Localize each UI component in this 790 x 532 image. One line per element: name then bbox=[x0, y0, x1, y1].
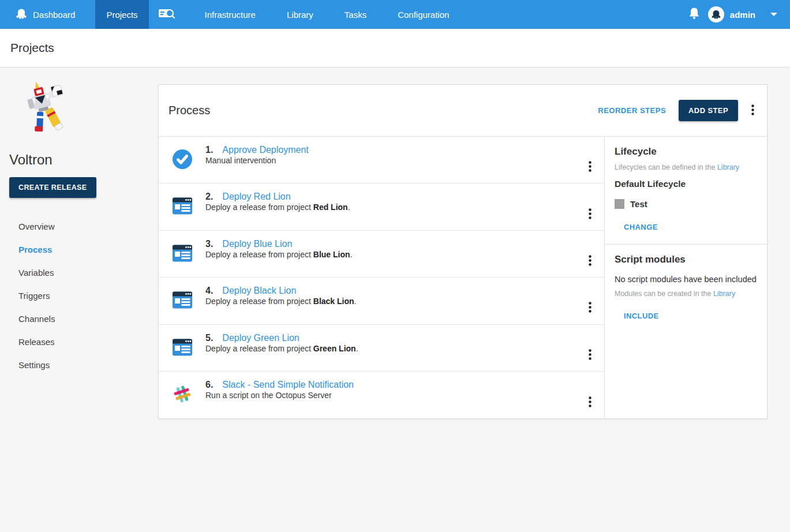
step-desc-pre: Manual intervention bbox=[205, 156, 276, 165]
script-modules-hint-text: Modules can be created in the bbox=[615, 290, 713, 298]
change-lifecycle-button[interactable]: CHANGE bbox=[624, 223, 658, 231]
sidebar-item-process[interactable]: Process bbox=[0, 238, 158, 261]
bell-icon bbox=[688, 7, 700, 22]
step-text: 6. Slack - Send Simple Notification Run … bbox=[205, 372, 354, 418]
step-description: Deploy a release from project Red Lion. bbox=[205, 203, 350, 212]
step-description: Deploy a release from project Blue Lion. bbox=[205, 250, 352, 259]
nav-item-projects[interactable]: Projects bbox=[95, 0, 148, 29]
step-overflow-menu-button[interactable] bbox=[585, 198, 595, 230]
user-menu[interactable]: admin bbox=[708, 0, 790, 29]
nav-item-configuration[interactable]: Configuration bbox=[387, 0, 460, 29]
step-row: 1. Approve Deployment Manual interventio… bbox=[159, 137, 604, 183]
step-desc-bold: Red Lion bbox=[313, 203, 348, 212]
step-title-link[interactable]: Slack - Send Simple Notification bbox=[222, 380, 354, 390]
nav-label: Configuration bbox=[398, 10, 449, 20]
notifications-button[interactable] bbox=[680, 0, 708, 29]
step-row: 3. Deploy Blue Lion Deploy a release fro… bbox=[159, 231, 604, 278]
sidebar-item-overview[interactable]: Overview bbox=[0, 215, 158, 238]
deploy-release-icon bbox=[172, 196, 193, 216]
kebab-icon bbox=[589, 212, 591, 221]
step-overflow-menu-button[interactable] bbox=[585, 152, 595, 183]
add-step-button[interactable]: ADD STEP bbox=[679, 100, 738, 121]
kebab-icon bbox=[589, 353, 591, 362]
step-text: 2. Deploy Red Lion Deploy a release from… bbox=[205, 183, 350, 230]
step-title-link[interactable]: Deploy Blue Lion bbox=[222, 239, 292, 249]
manual-intervention-icon bbox=[172, 149, 193, 170]
script-modules-heading: Script modules bbox=[615, 254, 757, 265]
nav-search-button[interactable] bbox=[149, 0, 185, 29]
lifecycle-library-link[interactable]: Library bbox=[717, 163, 739, 171]
step-desc-bold: Green Lion bbox=[313, 344, 356, 353]
content-area: Voltron CREATE RELEASE Overview Process … bbox=[0, 68, 790, 531]
step-description: Deploy a release from project Green Lion… bbox=[205, 344, 358, 353]
step-title-link[interactable]: Deploy Red Lion bbox=[222, 192, 290, 202]
search-icon bbox=[158, 6, 175, 23]
lifecycle-hint: Lifecycles can be defined in the Library bbox=[615, 163, 757, 171]
step-description: Deploy a release from project Black Lion… bbox=[205, 297, 356, 306]
step-number: 3. bbox=[205, 239, 213, 249]
script-modules-hint: Modules can be created in the Library bbox=[615, 290, 757, 298]
sidebar-item-triggers[interactable]: Triggers bbox=[0, 284, 158, 308]
sidebar-item-releases[interactable]: Releases bbox=[0, 331, 158, 354]
top-navigation: Dashboard Projects Infrastructure Librar… bbox=[0, 0, 790, 29]
nav-item-tasks[interactable]: Tasks bbox=[334, 0, 377, 29]
environment-label: Test bbox=[630, 199, 647, 209]
script-modules-library-link[interactable]: Library bbox=[713, 290, 735, 298]
step-overflow-menu-button[interactable] bbox=[585, 387, 595, 418]
step-desc-bold: Black Lion bbox=[313, 297, 354, 306]
page-title: Projects bbox=[10, 41, 54, 55]
nav-label: Tasks bbox=[345, 10, 366, 20]
step-title-link[interactable]: Approve Deployment bbox=[222, 145, 308, 155]
step-desc-pre: Deploy a release from project bbox=[205, 297, 313, 306]
process-title: Process bbox=[169, 104, 598, 117]
project-logo-voltron bbox=[22, 79, 67, 144]
step-number: 2. bbox=[205, 192, 213, 202]
nav-label: Dashboard bbox=[33, 10, 75, 20]
process-card-header: Process REORDER STEPS ADD STEP bbox=[159, 85, 767, 137]
sidebar-item-channels[interactable]: Channels bbox=[0, 308, 158, 331]
script-modules-empty-message: No script modules have been included bbox=[615, 275, 757, 284]
deploy-release-icon bbox=[172, 337, 193, 358]
process-overflow-menu-button[interactable] bbox=[748, 102, 758, 119]
lifecycle-hint-text: Lifecycles can be defined in the bbox=[615, 163, 717, 171]
nav-item-infrastructure[interactable]: Infrastructure bbox=[194, 0, 267, 29]
process-card: Process REORDER STEPS ADD STEP bbox=[158, 84, 767, 419]
step-text: 3. Deploy Blue Lion Deploy a release fro… bbox=[205, 231, 352, 277]
step-number: 5. bbox=[205, 333, 213, 343]
nav-item-dashboard[interactable]: Dashboard bbox=[15, 0, 86, 29]
lifecycle-section: Lifecycle Lifecycles can be defined in t… bbox=[605, 137, 767, 232]
process-side-panel: Lifecycle Lifecycles can be defined in t… bbox=[604, 137, 767, 418]
sidebar-item-settings[interactable]: Settings bbox=[0, 354, 158, 377]
sidebar-item-variables[interactable]: Variables bbox=[0, 261, 158, 284]
nav-label: Projects bbox=[106, 10, 137, 20]
octopus-logo-icon bbox=[15, 8, 33, 22]
step-overflow-menu-button[interactable] bbox=[585, 340, 595, 371]
step-number: 4. bbox=[205, 286, 213, 296]
nav-label: Library bbox=[287, 10, 313, 20]
step-row: 2. Deploy Red Lion Deploy a release from… bbox=[159, 183, 604, 230]
step-overflow-menu-button[interactable] bbox=[585, 293, 595, 324]
nav-item-library[interactable]: Library bbox=[276, 0, 324, 29]
step-row: 4. Deploy Black Lion Deploy a release fr… bbox=[159, 278, 604, 324]
step-title-link[interactable]: Deploy Green Lion bbox=[222, 333, 299, 343]
slack-icon bbox=[172, 384, 193, 404]
step-number: 6. bbox=[205, 380, 213, 390]
create-release-button[interactable]: CREATE RELEASE bbox=[9, 177, 96, 198]
reorder-steps-button[interactable]: REORDER STEPS bbox=[598, 106, 666, 115]
include-script-module-button[interactable]: INCLUDE bbox=[624, 312, 659, 320]
step-row: 6. Slack - Send Simple Notification Run … bbox=[159, 372, 604, 418]
kebab-icon bbox=[589, 306, 591, 314]
project-nav: Overview Process Variables Triggers Chan… bbox=[0, 215, 158, 377]
step-text: 5. Deploy Green Lion Deploy a release fr… bbox=[205, 325, 358, 371]
step-overflow-menu-button[interactable] bbox=[585, 246, 595, 277]
deploy-release-icon bbox=[172, 243, 193, 264]
step-desc-bold: Blue Lion bbox=[313, 250, 350, 259]
lifecycle-name: Default Lifecycle bbox=[615, 179, 757, 189]
step-description: Run a script on the Octopus Server bbox=[205, 391, 332, 400]
project-sidebar: Voltron CREATE RELEASE Overview Process … bbox=[0, 68, 158, 377]
lifecycle-environment-row: Test bbox=[615, 199, 757, 209]
step-title-link[interactable]: Deploy Black Lion bbox=[222, 286, 296, 296]
kebab-icon bbox=[589, 259, 591, 268]
project-name: Voltron bbox=[9, 152, 158, 168]
step-desc-pre: Deploy a release from project bbox=[205, 250, 313, 259]
